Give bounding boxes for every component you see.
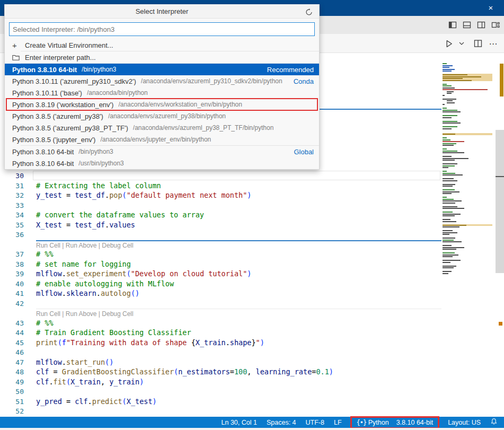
- code-text: # Train Gradient Boosting Classifier: [36, 328, 191, 338]
- run-python-file-icon[interactable]: [445, 39, 454, 48]
- code-text: # convert the dataframe values to array: [36, 210, 204, 220]
- interpreter-name: Python 3.8.10 64-bit: [12, 66, 77, 74]
- braces-icon: {•}: [357, 419, 367, 426]
- interpreter-name: Python 3.8.19 ('workstation_env'): [12, 101, 113, 109]
- status-indentation[interactable]: Spaces: 4: [267, 419, 296, 426]
- code-line[interactable]: 39mlflow.set_experiment("Develop on clou…: [0, 269, 443, 279]
- interpreter-item[interactable]: Python 3.8.10 64-bit/usr/bin/python3: [5, 157, 319, 169]
- interpreter-path: /anaconda/envs/azureml_py38_PT_TF/bin/py…: [133, 124, 274, 131]
- code-text: # %%: [36, 249, 54, 259]
- split-editor-icon[interactable]: [473, 39, 482, 48]
- line-number: 46: [0, 347, 24, 357]
- minimap[interactable]: [443, 63, 492, 274]
- interpreter-item[interactable]: Python 3.8.10 64-bit/bin/python3Recommen…: [5, 64, 319, 75]
- line-number: 50: [0, 387, 24, 397]
- line-number: 51: [0, 397, 24, 407]
- code-text: mlflow.sklearn.autolog(): [36, 288, 139, 299]
- code-line[interactable]: 34# convert the dataframe values to arra…: [0, 210, 443, 220]
- line-number: 43: [0, 318, 24, 328]
- code-line[interactable]: 49clf.fit(X_train, y_train): [0, 377, 443, 387]
- code-line[interactable]: 47mlflow.start_run(): [0, 357, 443, 367]
- editor-scrollbar: [494, 53, 504, 417]
- interpreter-path: /anaconda/envs/workstation_env/bin/pytho…: [118, 101, 242, 108]
- status-python-interpreter[interactable]: 3.8.10 64-bit: [396, 419, 434, 426]
- status-eol[interactable]: LF: [334, 419, 342, 426]
- code-line[interactable]: 35X_test = test_df.values: [0, 220, 443, 230]
- line-number: 32: [0, 190, 24, 200]
- line-number: 31: [0, 181, 24, 191]
- code-text: # Extracting the label column: [36, 181, 161, 191]
- interpreter-path: /anaconda/bin/python: [87, 89, 148, 96]
- interpreter-path: /anaconda/envs/jupyter_env/bin/python: [100, 136, 211, 143]
- interpreter-item[interactable]: Python 3.10.11 ('azureml_py310_sdkv2')/a…: [5, 75, 319, 87]
- interpreter-name: Python 3.8.10 64-bit: [12, 160, 74, 168]
- notifications-bell-icon[interactable]: [490, 418, 498, 427]
- code-line[interactable]: 52: [0, 406, 443, 416]
- code-line[interactable]: 40# enable autologging with MLflow: [0, 279, 443, 289]
- customize-layout-icon[interactable]: [491, 21, 500, 30]
- vscode-window: ×: [0, 0, 504, 430]
- line-number: 41: [0, 288, 24, 299]
- minimap-line: [443, 273, 492, 275]
- interpreter-item[interactable]: Python 3.8.5 ('azureml_py38_PT_TF')/anac…: [5, 122, 319, 134]
- codelens-row[interactable]: Run Cell | Run Above | Debug Cell: [0, 308, 443, 318]
- status-bar: Ln 30, Col 1 Spaces: 4 UTF-8 LF {•} Pyth…: [0, 417, 504, 428]
- code-line[interactable]: 48clf = GradientBoostingClassifier(n_est…: [0, 367, 443, 377]
- code-text: # enable autologging with MLflow: [36, 279, 174, 289]
- line-number: 52: [0, 406, 24, 416]
- status-cursor-position[interactable]: Ln 30, Col 1: [222, 419, 257, 426]
- interpreter-item[interactable]: Python 3.8.5 ('azureml_py38')/anaconda/e…: [5, 110, 319, 122]
- line-number: 30: [0, 171, 24, 181]
- code-line[interactable]: 33: [0, 200, 443, 210]
- refresh-icon[interactable]: [304, 7, 314, 16]
- more-actions-icon[interactable]: ⋯: [489, 39, 498, 48]
- code-line[interactable]: 44# Train Gradient Boosting Classifier: [0, 328, 443, 338]
- enter-interpreter-path-item[interactable]: Enter interpreter path...: [5, 51, 319, 63]
- interpreter-item[interactable]: Python 3.10.11 ('base')/anaconda/bin/pyt…: [5, 87, 319, 99]
- scrollbar-thumb[interactable]: [496, 130, 504, 273]
- toggle-secondary-sidebar-icon[interactable]: [476, 21, 485, 30]
- code-text: X_test = test_df.values: [36, 220, 135, 230]
- line-number: 34: [0, 210, 24, 220]
- interpreter-badge: Global: [289, 148, 314, 156]
- create-virtual-environment-item[interactable]: + Create Virtual Environment...: [5, 39, 319, 51]
- code-line[interactable]: 42: [0, 299, 443, 309]
- status-encoding[interactable]: UTF-8: [306, 419, 324, 426]
- interpreter-name: Python 3.10.11 ('azureml_py310_sdkv2'): [12, 77, 136, 85]
- code-line[interactable]: 46: [0, 347, 443, 357]
- interpreter-search-input[interactable]: [9, 22, 315, 36]
- run-dropdown-chevron-icon[interactable]: [457, 39, 466, 48]
- line-number: 48: [0, 367, 24, 377]
- toggle-primary-sidebar-icon[interactable]: [448, 21, 457, 30]
- code-line[interactable]: 30: [0, 171, 443, 181]
- interpreter-path: /bin/python3: [82, 66, 116, 73]
- interpreter-item[interactable]: Python 3.8.19 ('workstation_env')/anacon…: [5, 99, 319, 110]
- codelens-row[interactable]: Run Cell | Run Above | Debug Cell: [0, 240, 443, 250]
- line-number: 42: [0, 299, 24, 309]
- status-language-mode[interactable]: {•} Python: [357, 419, 389, 426]
- code-line[interactable]: 51y_pred = clf.predict(X_test): [0, 397, 443, 407]
- code-line[interactable]: 38# set name for logging: [0, 259, 443, 269]
- code-line[interactable]: 50: [0, 387, 443, 397]
- code-line[interactable]: 45print(f"Training with data of shape {X…: [0, 338, 443, 348]
- interpreter-path: /bin/python3: [78, 148, 113, 155]
- code-line[interactable]: 41mlflow.sklearn.autolog(): [0, 288, 443, 299]
- code-line[interactable]: 37# %%: [0, 249, 443, 259]
- interpreter-name: Python 3.8.5 ('azureml_py38'): [12, 112, 103, 120]
- toggle-panel-icon[interactable]: [462, 21, 471, 30]
- code-text: y_test = test_df.pop("default payment ne…: [36, 190, 251, 200]
- code-line[interactable]: 32y_test = test_df.pop("default payment …: [0, 190, 443, 200]
- status-keyboard-layout[interactable]: Layout: US: [448, 419, 481, 426]
- close-window-icon[interactable]: ×: [482, 0, 500, 16]
- code-text: # %%: [36, 318, 54, 328]
- current-line-highlight: [33, 171, 440, 180]
- code-line[interactable]: 43# %%: [0, 318, 443, 328]
- code-line[interactable]: 31# Extracting the label column: [0, 181, 443, 191]
- line-number: 49: [0, 377, 24, 387]
- code-text: y_pred = clf.predict(X_test): [36, 397, 157, 407]
- interpreter-item[interactable]: Python 3.8.10 64-bit/bin/python3Global: [5, 146, 319, 157]
- interpreter-item[interactable]: Python 3.8.5 ('jupyter_env')/anaconda/en…: [5, 134, 319, 145]
- line-number: 33: [0, 200, 24, 210]
- interpreter-name: Python 3.8.10 64-bit: [12, 148, 74, 156]
- code-line[interactable]: 36: [0, 230, 443, 240]
